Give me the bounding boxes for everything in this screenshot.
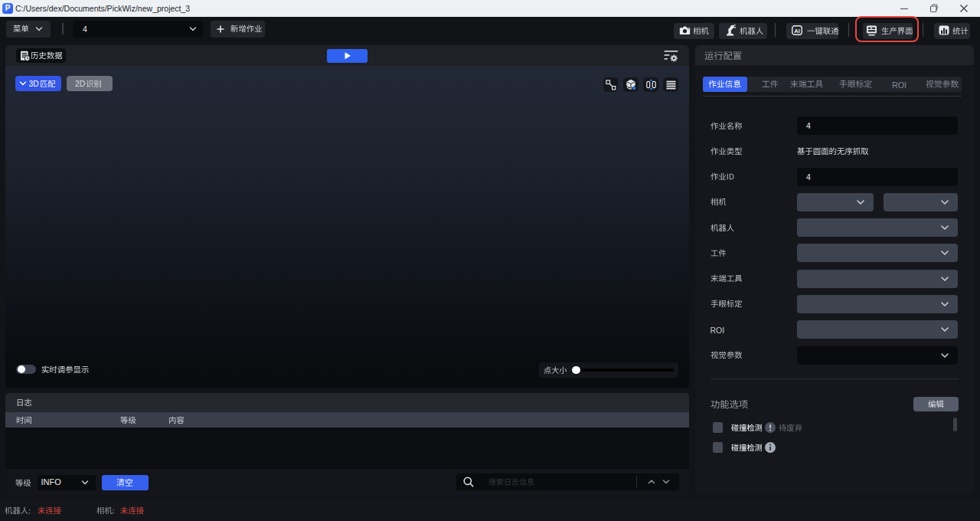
- svg-text:AI: AI: [794, 28, 800, 34]
